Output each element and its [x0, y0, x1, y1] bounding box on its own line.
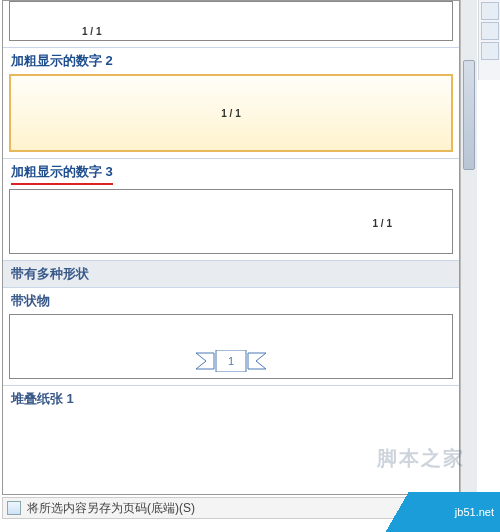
- watermark-footer: jb51.net: [380, 492, 500, 532]
- save-selection-label: 将所选内容另存为页码(底端)(S): [27, 500, 195, 517]
- section-header-bold-2: 加粗显示的数字 2: [3, 47, 459, 74]
- ribbon-tool-icon[interactable]: [481, 2, 499, 20]
- page-number-label: 1 / 1: [373, 218, 392, 229]
- preview-item-3[interactable]: 1 / 1: [9, 189, 453, 254]
- ribbon-sidebar: [478, 0, 500, 80]
- ribbon-tool-icon[interactable]: [481, 42, 499, 60]
- preview-item-2-selected[interactable]: 1 / 1: [9, 74, 453, 152]
- gallery-panel: 1 / 1 加粗显示的数字 2 1 / 1 加粗显示的数字 3 1 / 1 带有…: [2, 0, 460, 495]
- scrollbar[interactable]: [460, 0, 477, 495]
- page-number-label: 1 / 1: [82, 26, 101, 37]
- section-header-shapes: 带有多种形状: [3, 260, 459, 287]
- watermark-text: 脚本之家: [377, 445, 465, 472]
- document-icon: [7, 501, 21, 515]
- scrollbar-thumb[interactable]: [463, 60, 475, 170]
- ribbon-tool-icon[interactable]: [481, 22, 499, 40]
- section-header-stack: 堆叠纸张 1: [3, 385, 459, 412]
- page-number-label: 1 / 1: [221, 108, 240, 119]
- watermark-url: jb51.net: [455, 506, 494, 518]
- preview-item-ribbon[interactable]: 1: [9, 314, 453, 379]
- section-header-strip: 带状物: [3, 287, 459, 314]
- ribbon-shape-icon: 1: [196, 350, 266, 372]
- preview-item-1[interactable]: 1 / 1: [9, 1, 453, 41]
- section-header-bold-3: 加粗显示的数字 3: [11, 163, 113, 185]
- svg-marker-0: [196, 353, 214, 369]
- svg-marker-1: [248, 353, 266, 369]
- ribbon-number: 1: [228, 355, 234, 367]
